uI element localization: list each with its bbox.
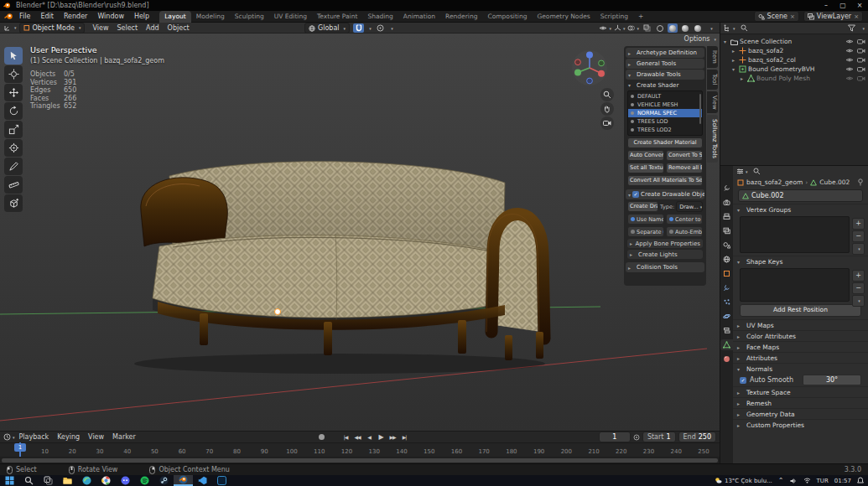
outliner-row-bazq-sofa2-col[interactable]: ▸bazq_sofa2_col bbox=[720, 55, 868, 65]
expand-arrow-icon[interactable]: ▾ bbox=[724, 39, 730, 44]
timeline-menu-marker[interactable]: Marker bbox=[108, 433, 140, 441]
vertex-group-add-button[interactable]: + bbox=[852, 218, 865, 230]
wifi-icon[interactable] bbox=[803, 478, 811, 483]
panel-apply-bone-properties[interactable]: ▸Apply Bone Properties bbox=[627, 239, 703, 248]
tool-measure[interactable] bbox=[4, 176, 23, 194]
tray-expand-icon[interactable]: ⌃ bbox=[778, 477, 784, 484]
properties-tab-render[interactable] bbox=[720, 197, 733, 208]
panel-create-shader[interactable]: ▾Create Shader bbox=[626, 80, 704, 90]
properties-tab-world[interactable] bbox=[720, 254, 733, 265]
set-all-textures-button[interactable]: Set all Texture... bbox=[627, 163, 664, 173]
shader-item-normal-spec[interactable]: NORMAL SPEC bbox=[628, 109, 702, 117]
show-overlays-dropdown[interactable]: ▾ bbox=[627, 23, 639, 33]
workspace-tab-shading[interactable]: Shading bbox=[362, 11, 398, 23]
panel-remesh[interactable]: ▸Remesh bbox=[733, 397, 868, 408]
add-rest-position-button[interactable]: Add Rest Position bbox=[740, 304, 861, 317]
shader-item-vehicle-mesh[interactable]: VEHICLE MESH bbox=[628, 101, 702, 109]
panel-archetype-definition[interactable]: ▸Archetype Definition bbox=[626, 48, 704, 58]
vertex-group-remove-button[interactable]: − bbox=[852, 230, 865, 242]
properties-tab-object-data[interactable] bbox=[720, 339, 733, 350]
clock[interactable]: 01:57 bbox=[834, 478, 851, 484]
snap-dropdown[interactable]: ▾ bbox=[364, 23, 375, 33]
sidebar-tab-tool[interactable]: Tool bbox=[707, 70, 718, 90]
taskbar-blender-button[interactable] bbox=[174, 475, 193, 486]
hide-in-viewport-icon[interactable] bbox=[845, 66, 854, 72]
hide-in-viewport-icon[interactable] bbox=[845, 57, 854, 63]
tool-rotate[interactable] bbox=[4, 102, 23, 120]
viewport-menu-add[interactable]: Add bbox=[142, 24, 164, 32]
expand-arrow-icon[interactable]: ▾ bbox=[732, 66, 739, 72]
panel-face-maps[interactable]: ▸Face Maps bbox=[733, 341, 868, 352]
create-drawable-button[interactable]: Create Dra... bbox=[627, 201, 658, 212]
create-drawable-objects-checkbox[interactable]: ✓ bbox=[632, 191, 639, 198]
convert-all-materials-button[interactable]: Convert All Materials To Selected bbox=[627, 175, 703, 186]
create-shader-material-button[interactable]: Create Shader Material bbox=[627, 137, 703, 148]
workspace-tab-modeling[interactable]: Modeling bbox=[191, 11, 230, 23]
transform-orientation-dropdown[interactable]: Global▾ bbox=[304, 23, 350, 34]
tool-annotate[interactable] bbox=[4, 158, 23, 175]
properties-tab-physics[interactable] bbox=[720, 311, 733, 322]
auto-convert-button[interactable]: Auto Convert bbox=[627, 150, 664, 161]
toggle-xray-button[interactable] bbox=[642, 23, 652, 33]
hide-in-viewport-icon[interactable] bbox=[845, 75, 854, 81]
shading-dropdown[interactable]: ▾ bbox=[705, 23, 716, 33]
auto-smooth-checkbox[interactable]: ✓ bbox=[740, 377, 746, 384]
properties-tab-material[interactable] bbox=[720, 354, 733, 364]
shape-key-add-button[interactable]: + bbox=[852, 270, 865, 282]
timeline-editor-type-button[interactable]: ▾ bbox=[3, 432, 15, 442]
convert-to-selected-button[interactable]: Convert To Sel... bbox=[666, 150, 703, 161]
scene-unlink-button[interactable]: × bbox=[790, 13, 795, 20]
object-type-visibility-dropdown[interactable]: ▾ bbox=[599, 23, 611, 33]
panel-normals[interactable]: ▾Normals bbox=[733, 363, 868, 374]
taskbar-edge-button[interactable] bbox=[77, 475, 96, 486]
panel-uv-maps[interactable]: ▸UV Maps bbox=[733, 319, 868, 330]
sidebar-tab-item[interactable]: Item bbox=[707, 46, 718, 68]
panel-create-drawable-objects[interactable]: ▾✓Create Drawable Objects bbox=[626, 189, 704, 199]
tool-move[interactable] bbox=[4, 84, 23, 101]
taskbar-steam-button[interactable] bbox=[154, 475, 174, 486]
jump-to-start-button[interactable]: |◀ bbox=[340, 432, 351, 442]
current-frame-field[interactable]: 1 bbox=[599, 432, 631, 442]
separate-objects-toggle[interactable]: Separate O... bbox=[627, 226, 664, 237]
jump-to-end-button[interactable]: ▶| bbox=[399, 432, 409, 442]
taskbar-discord-button[interactable] bbox=[116, 475, 135, 486]
timeline-menu-view[interactable]: View bbox=[84, 433, 108, 441]
prev-keyframe-button[interactable]: ◀◀ bbox=[352, 432, 362, 442]
close-button[interactable]: × bbox=[851, 0, 868, 11]
camera-view-icon[interactable] bbox=[600, 116, 614, 130]
expand-arrow-icon[interactable]: ▸ bbox=[732, 57, 739, 63]
view-layer-selector[interactable]: ViewLayer × bbox=[803, 11, 863, 22]
weather-widget[interactable]: 13°C Çok bulu... bbox=[715, 477, 772, 484]
taskbar-photoshop-button[interactable] bbox=[212, 475, 231, 486]
shading-material-button[interactable] bbox=[680, 23, 690, 33]
viewport-menu-view[interactable]: View bbox=[88, 24, 112, 32]
workspace-tab-texture-paint[interactable]: Texture Paint bbox=[312, 11, 362, 23]
disable-in-renders-icon[interactable] bbox=[857, 48, 865, 54]
snap-toggle[interactable] bbox=[353, 23, 364, 33]
blender-menu-icon[interactable] bbox=[3, 12, 14, 21]
panel-shape-keys[interactable]: ▾Shape Keys bbox=[733, 256, 868, 266]
taskbar-vscode-button[interactable] bbox=[193, 475, 212, 486]
pin-icon[interactable] bbox=[857, 178, 864, 186]
timeline-menu-keying[interactable]: Keying bbox=[53, 433, 84, 441]
pan-tool-icon[interactable] bbox=[600, 102, 614, 116]
panel-attributes[interactable]: ▸Attributes bbox=[733, 352, 868, 363]
show-gizmo-dropdown[interactable]: ▾ bbox=[614, 23, 626, 33]
play-reverse-button[interactable]: ◀ bbox=[364, 432, 374, 442]
properties-tab-output[interactable] bbox=[720, 211, 733, 222]
workspace-tab-sculpting[interactable]: Sculpting bbox=[230, 11, 269, 23]
add-workspace-tab[interactable]: + bbox=[633, 11, 648, 23]
menu-file[interactable]: File bbox=[14, 13, 35, 20]
shader-item-default[interactable]: DEFAULT bbox=[628, 92, 702, 101]
workspace-tab-compositing[interactable]: Compositing bbox=[482, 11, 532, 23]
frame-start-field[interactable]: Start1 bbox=[642, 432, 676, 442]
viewport-menu-select[interactable]: Select bbox=[112, 24, 142, 32]
hide-in-viewport-icon[interactable] bbox=[845, 39, 854, 44]
sidebar-tab-view[interactable]: View bbox=[707, 91, 718, 114]
proportional-editing-toggle[interactable] bbox=[375, 23, 386, 33]
vertex-groups-list[interactable] bbox=[740, 216, 850, 253]
viewport-menu-object[interactable]: Object bbox=[164, 24, 194, 32]
keying-set-icon[interactable] bbox=[633, 434, 640, 441]
panel-create-lights[interactable]: ▸Create Lights bbox=[627, 250, 703, 259]
shading-wireframe-button[interactable] bbox=[655, 23, 665, 33]
